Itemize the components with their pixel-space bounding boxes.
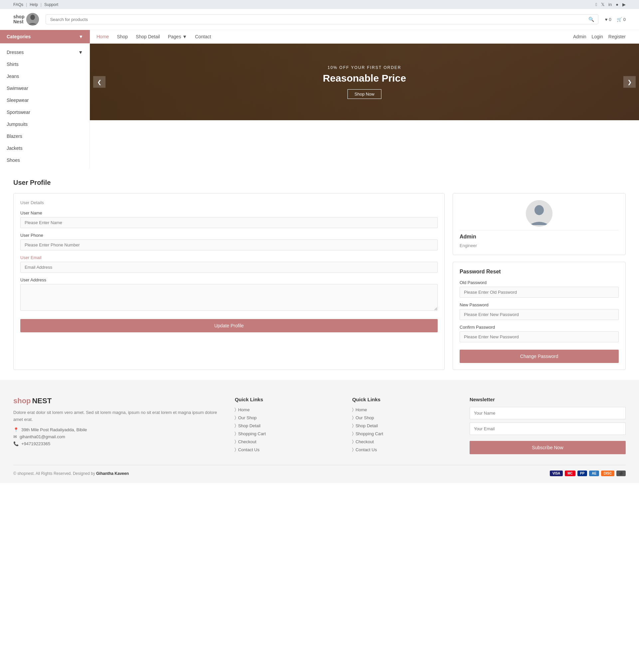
profile-title: User Profile xyxy=(13,179,626,186)
visa-icon: VISA xyxy=(550,471,563,476)
search-bar[interactable]: 🔍 xyxy=(46,14,598,24)
topbar-support[interactable]: Support xyxy=(44,2,58,7)
useraddress-input[interactable] xyxy=(20,284,438,311)
amex-icon: AE xyxy=(589,471,599,476)
footer-link-cart-1[interactable]: 〉 Shopping Cart xyxy=(235,431,339,436)
social-linkedin[interactable]: in xyxy=(608,2,612,7)
nav-register[interactable]: Register xyxy=(608,34,626,39)
useremail-input[interactable] xyxy=(20,262,438,273)
username-label: User Name xyxy=(20,211,438,215)
confirm-password-input[interactable] xyxy=(459,331,619,342)
footer-logo-shop: shop xyxy=(13,397,31,405)
footer-address: 📍 39th Mile Post Radaliyadda, Bibile xyxy=(13,427,221,432)
nav-shop-detail[interactable]: Shop Detail xyxy=(136,30,160,43)
cart-btn[interactable]: 🛒 0 xyxy=(617,17,626,22)
hero-shop-now-btn[interactable]: Shop Now xyxy=(347,89,381,99)
change-password-btn[interactable]: Change Password xyxy=(459,350,619,363)
categories-dropdown-btn[interactable]: Categories ▼ xyxy=(0,30,90,43)
footer-link-shopdetail-2[interactable]: 〉 Shop Detail xyxy=(352,423,456,428)
new-password-input[interactable] xyxy=(459,309,619,320)
sidebar-item-sportswear[interactable]: Sportswear xyxy=(0,106,90,118)
sidebar-item-jeans[interactable]: Jeans xyxy=(0,70,90,82)
social-instagram[interactable]: ● xyxy=(616,2,618,7)
old-password-group: Old Password xyxy=(459,280,619,298)
footer-grid: shop NEST Dolore erat dolor sit lorem ve… xyxy=(13,397,626,455)
footer-newsletter-title: Newsletter xyxy=(470,397,626,402)
footer-copyright: © shopnest. All Rights Reserved. Designe… xyxy=(13,471,129,476)
footer-author: Gihantha Kaveen xyxy=(96,471,129,476)
sidebar: Dresses ▼ Shirts Jeans Swimwear Sleepwea… xyxy=(0,44,90,169)
topbar-help[interactable]: Help xyxy=(30,2,38,7)
hero-prev-btn[interactable]: ❮ xyxy=(93,76,106,88)
footer-link-checkout-2[interactable]: 〉 Checkout xyxy=(352,439,456,444)
new-password-group: New Password xyxy=(459,302,619,320)
top-bar: FAQs | Help | Support  𝕏 in ● ▶ xyxy=(0,0,639,9)
newsletter-name-input[interactable] xyxy=(470,407,626,419)
sidebar-item-sleepwear[interactable]: Sleepwear xyxy=(0,94,90,106)
old-password-input[interactable] xyxy=(459,287,619,298)
footer-link-ourshop-1[interactable]: 〉 Our Shop xyxy=(235,415,339,420)
footer-desc: Dolore erat dolor sit lorem vero amet. S… xyxy=(13,409,221,423)
email-icon: ✉ xyxy=(13,434,17,439)
svg-point-1 xyxy=(30,15,35,20)
footer-phone-text: +94719223365 xyxy=(21,441,50,446)
search-icon[interactable]: 🔍 xyxy=(588,17,594,22)
footer-link-contact-1[interactable]: 〉 Contact Us xyxy=(235,447,339,452)
user-details-card: User Details User Name User Phone User E… xyxy=(13,193,445,370)
search-input[interactable] xyxy=(50,17,588,22)
categories-label: Categories xyxy=(7,34,31,39)
nav-shop[interactable]: Shop xyxy=(117,30,128,43)
userphone-group: User Phone xyxy=(20,233,438,250)
social-twitter[interactable]: 𝕏 xyxy=(601,2,604,7)
password-reset-card: Password Reset Old Password New Password… xyxy=(453,262,626,370)
topbar-links: FAQs | Help | Support xyxy=(13,2,58,7)
footer-newsletter-col: Newsletter Subscribe Now xyxy=(470,397,626,455)
heart-icon: ♥ xyxy=(605,17,608,22)
wishlist-btn[interactable]: ♥ 0 xyxy=(605,17,611,22)
subscribe-btn[interactable]: Subscribe Now xyxy=(470,441,626,454)
footer-link-contact-2[interactable]: 〉 Contact Us xyxy=(352,447,456,452)
userphone-label: User Phone xyxy=(20,233,438,238)
footer-link-checkout-1[interactable]: 〉 Checkout xyxy=(235,439,339,444)
sidebar-item-jackets[interactable]: Jackets xyxy=(0,142,90,154)
sidebar-item-jumpsuits[interactable]: Jumpsuits xyxy=(0,118,90,130)
sidebar-item-blazers[interactable]: Blazers xyxy=(0,130,90,142)
topbar-faqs[interactable]: FAQs xyxy=(13,2,23,7)
topbar-social:  𝕏 in ● ▶ xyxy=(595,2,626,7)
other-payment-icon: ⚫ xyxy=(617,471,626,476)
footer-link-home-2[interactable]: 〉 Home xyxy=(352,407,456,412)
useremail-label: User Email xyxy=(20,255,438,260)
update-profile-btn[interactable]: Update Profile xyxy=(20,319,438,332)
phone-icon: 📞 xyxy=(13,441,19,446)
nav-admin[interactable]: Admin xyxy=(573,34,587,39)
footer: shop NEST Dolore erat dolor sit lorem ve… xyxy=(0,380,639,483)
footer-quicklinks-1-title: Quick Links xyxy=(235,397,339,402)
username-input[interactable] xyxy=(20,217,438,228)
footer-link-home-1[interactable]: 〉 Home xyxy=(235,407,339,412)
sidebar-item-shirts[interactable]: Shirts xyxy=(0,58,90,70)
sidebar-item-shoes[interactable]: Shoes xyxy=(0,154,90,166)
footer-link-shopdetail-1[interactable]: 〉 Shop Detail xyxy=(235,423,339,428)
newsletter-email-input[interactable] xyxy=(470,423,626,435)
userphone-input[interactable] xyxy=(20,240,438,250)
hero-title: Reasonable Price xyxy=(323,73,406,84)
chevron-down-icon: ▼ xyxy=(79,34,83,39)
confirm-password-group: Confirm Password xyxy=(459,325,619,342)
useraddress-group: User Address xyxy=(20,277,438,312)
footer-link-cart-2[interactable]: 〉 Shopping Cart xyxy=(352,431,456,436)
nav-pages[interactable]: Pages ▼ xyxy=(168,30,187,43)
nav-home[interactable]: Home xyxy=(96,30,109,43)
sidebar-item-dresses[interactable]: Dresses ▼ xyxy=(0,46,90,58)
nav-contact[interactable]: Contact xyxy=(195,30,211,43)
footer-quicklinks-2-col: Quick Links 〉 Home 〉 Our Shop 〉 Shop Det… xyxy=(352,397,456,455)
old-password-label: Old Password xyxy=(459,280,619,285)
sidebar-item-swimwear[interactable]: Swimwear xyxy=(0,82,90,94)
footer-link-ourshop-2[interactable]: 〉 Our Shop xyxy=(352,415,456,420)
hero-next-btn[interactable]: ❯ xyxy=(623,76,636,88)
logo[interactable]: shop Nest xyxy=(13,13,39,26)
social-facebook[interactable]:  xyxy=(595,2,597,7)
footer-quicklinks-1-col: Quick Links 〉 Home 〉 Our Shop 〉 Shop Det… xyxy=(235,397,339,455)
nav-login[interactable]: Login xyxy=(592,34,603,39)
social-youtube[interactable]: ▶ xyxy=(622,2,626,7)
footer-email-text: gihantha01@gmail.com xyxy=(20,434,65,439)
